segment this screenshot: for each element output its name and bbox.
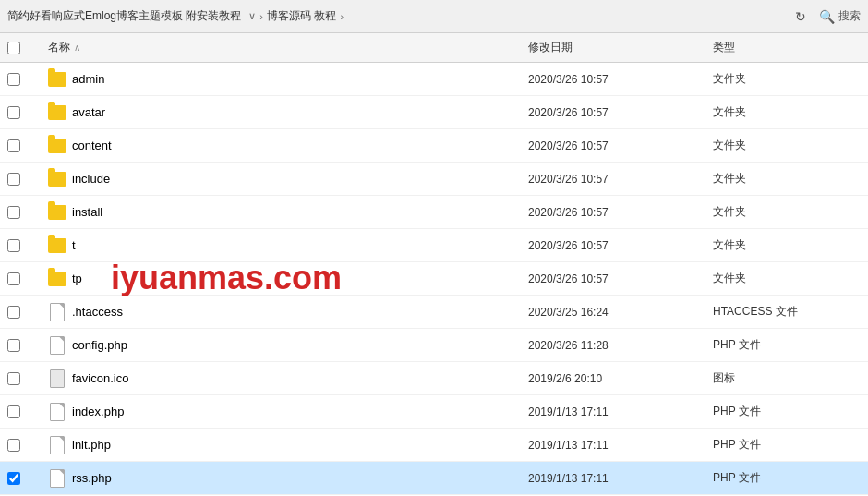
file-type: 文件夹 [713,104,861,120]
file-name[interactable]: install [72,205,528,219]
table-row[interactable]: favicon.ico2019/2/6 20:10图标 [0,362,868,395]
file-select-checkbox[interactable] [7,405,20,418]
column-header-date[interactable]: 修改日期 [528,40,713,55]
file-date: 2019/1/13 17:11 [528,472,713,485]
file-name[interactable]: admin [72,72,528,86]
file-checkbox-area [7,272,48,285]
file-name[interactable]: .htaccess [72,305,528,319]
file-checkbox-area [7,73,48,86]
file-name[interactable]: config.php [72,338,528,352]
file-date: 2020/3/26 10:57 [528,139,713,152]
file-checkbox-area [7,472,48,485]
file-type: PHP 文件 [713,470,861,486]
file-type: 文件夹 [713,71,861,87]
file-checkbox-area [7,439,48,452]
folder-icon [48,103,66,122]
file-checkbox-area [7,405,48,418]
file-name[interactable]: include [72,172,528,186]
file-checkbox-area [7,173,48,186]
file-type: 图标 [713,370,861,386]
table-row[interactable]: t2020/3/26 10:57文件夹 [0,229,868,262]
file-date: 2020/3/26 10:57 [528,173,713,186]
file-select-checkbox[interactable] [7,73,20,86]
file-select-checkbox[interactable] [7,306,20,319]
file-checkbox-area [7,206,48,219]
file-icon [48,303,66,321]
search-label: 搜索 [838,8,861,24]
breadcrumb-separator: › [259,11,263,22]
file-name[interactable]: content [72,139,528,152]
file-type: 文件夹 [713,271,861,286]
file-date: 2020/3/26 10:57 [528,206,713,219]
file-select-checkbox[interactable] [7,339,20,352]
file-select-checkbox[interactable] [7,206,20,219]
file-checkbox-area [7,239,48,252]
file-date: 2019/2/6 20:10 [528,372,713,385]
table-row[interactable]: rss.php2019/1/13 17:11PHP 文件 [0,462,868,495]
breadcrumb-actions: ↻ 🔍 搜索 [788,4,861,30]
file-name[interactable]: index.php [72,405,528,418]
file-name[interactable]: avatar [72,105,528,119]
sort-arrow-icon: ∧ [74,42,80,53]
search-icon: 🔍 [819,9,835,24]
breadcrumb-segment-1[interactable]: 简约好看响应式Emlog博客主题模板 附安装教程 [7,8,241,24]
file-select-checkbox[interactable] [7,139,20,152]
column-header-type[interactable]: 类型 [713,40,861,55]
file-type: 文件夹 [713,237,861,253]
folder-icon [48,236,66,255]
file-date: 2020/3/26 10:57 [528,73,713,86]
file-select-checkbox[interactable] [7,173,20,186]
file-date: 2019/1/13 17:11 [528,439,713,452]
table-row[interactable]: avatar2020/3/26 10:57文件夹 [0,96,868,129]
folder-icon [48,270,66,288]
file-select-checkbox[interactable] [7,272,20,285]
file-date: 2020/3/26 11:28 [528,339,713,352]
table-row[interactable]: .htaccess2020/3/25 16:24HTACCESS 文件 [0,296,868,329]
refresh-button[interactable]: ↻ [788,4,814,30]
file-select-checkbox[interactable] [7,106,20,119]
file-type: HTACCESS 文件 [713,304,861,320]
table-row[interactable]: content2020/3/26 10:57文件夹 [0,129,868,163]
table-row[interactable]: init.php2019/1/13 17:11PHP 文件 [0,429,868,462]
file-icon [48,469,66,488]
file-date: 2019/1/13 17:11 [528,405,713,418]
breadcrumb-separator-2: › [340,11,344,22]
file-select-checkbox[interactable] [7,472,20,485]
file-select-checkbox[interactable] [7,239,20,252]
file-select-checkbox[interactable] [7,439,20,452]
file-name[interactable]: favicon.ico [72,371,528,385]
table-row[interactable]: index.php2019/1/13 17:11PHP 文件 [0,395,868,429]
file-checkbox-area [7,372,48,385]
breadcrumb-dropdown-1[interactable]: ∨ [248,10,256,22]
table-row[interactable]: include2020/3/26 10:57文件夹 [0,163,868,196]
table-row[interactable]: admin2020/3/26 10:57文件夹 [0,63,868,96]
file-date: 2020/3/26 10:57 [528,272,713,285]
breadcrumb-bar: 简约好看响应式Emlog博客主题模板 附安装教程 ∨ › 博客源码 教程 › ↻… [0,0,868,33]
file-type: 文件夹 [713,138,861,153]
file-type: PHP 文件 [713,437,861,453]
table-row[interactable]: tp2020/3/26 10:57文件夹 [0,262,868,296]
breadcrumb-segment-2[interactable]: 博客源码 教程 [267,8,336,24]
folder-icon [48,170,66,188]
file-type: PHP 文件 [713,404,861,419]
file-checkbox-area [7,306,48,319]
select-all-checkbox[interactable] [7,42,20,54]
file-checkbox-area [7,339,48,352]
table-row[interactable]: install2020/3/26 10:57文件夹 [0,196,868,229]
column-header-name[interactable]: 名称 ∧ [48,40,528,55]
file-icon [48,369,66,388]
file-icon [48,336,66,355]
file-name[interactable]: t [72,238,528,252]
file-type: PHP 文件 [713,337,861,353]
file-type: 文件夹 [713,204,861,220]
file-select-checkbox[interactable] [7,372,20,385]
breadcrumb-path: 简约好看响应式Emlog博客主题模板 附安装教程 ∨ › 博客源码 教程 › [7,8,784,24]
file-name[interactable]: init.php [72,438,528,452]
file-name[interactable]: tp [72,272,528,285]
column-header-row: 名称 ∧ 修改日期 类型 [0,33,868,63]
header-checkbox-area [7,42,48,54]
file-name[interactable]: rss.php [72,471,528,485]
table-row[interactable]: config.php2020/3/26 11:28PHP 文件 [0,329,868,362]
file-date: 2020/3/26 10:57 [528,239,713,252]
folder-icon [48,137,66,155]
